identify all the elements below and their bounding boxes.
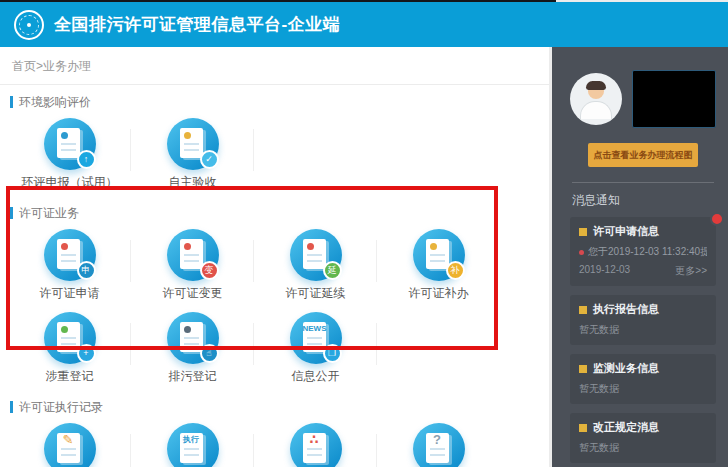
self-acceptance-icon: ✓ bbox=[167, 118, 219, 170]
icon-badge: 变 bbox=[200, 261, 219, 280]
notice-type-icon bbox=[579, 228, 587, 236]
avatar-head bbox=[588, 84, 604, 99]
notice-card-list: 许可申请信息您于2019-12-03 11:32:40提交的申...2019-1… bbox=[570, 217, 716, 463]
ledger-record-icon: ✎ bbox=[44, 423, 96, 467]
document-shape bbox=[180, 128, 203, 158]
service-item-monitor-record[interactable]: ∴监测记录 bbox=[254, 418, 377, 467]
info-disclosure-icon: NEWS❐ bbox=[290, 312, 342, 364]
service-item-self-acceptance[interactable]: ✓自主验收 bbox=[131, 113, 254, 196]
unread-notification-badge bbox=[710, 212, 724, 226]
breadcrumb[interactable]: 首页>业务办理 bbox=[0, 47, 549, 85]
section-header-permit: 许可证业务 bbox=[10, 204, 549, 222]
service-item-label: 信息公开 bbox=[254, 369, 377, 383]
service-item-label: 自主验收 bbox=[131, 175, 254, 189]
app-header: 全国排污许可证管理信息平台-企业端 bbox=[0, 2, 728, 47]
service-item-label: 排污登记 bbox=[131, 369, 254, 383]
notice-detail-row: 您于2019-12-03 11:32:40提交的申... bbox=[579, 245, 707, 259]
section-bar bbox=[10, 207, 13, 219]
service-item-label: 许可证变更 bbox=[131, 286, 254, 300]
notice-card-permit-application-info: 许可申请信息您于2019-12-03 11:32:40提交的申...2019-1… bbox=[570, 217, 716, 286]
service-item-permit-renew[interactable]: 延许可证延续 bbox=[254, 224, 377, 307]
service-item-discharge-register[interactable]: ☝排污登记 bbox=[131, 307, 254, 390]
service-item-info-disclosure[interactable]: NEWS❐信息公开 bbox=[254, 307, 377, 390]
notice-card-monitor-business-info: 监测业务信息暂无数据 bbox=[570, 354, 716, 404]
service-item-correction-rule[interactable]: ?改正规定 bbox=[377, 418, 500, 467]
notice-section-title: 消息通知 bbox=[572, 192, 716, 209]
discharge-register-icon: ☝ bbox=[167, 312, 219, 364]
app-title: 全国排污许可证管理信息平台-企业端 bbox=[54, 13, 340, 36]
section-header-eia: 环境影响评价 bbox=[10, 93, 549, 111]
service-item-permit-change[interactable]: 变许可证变更 bbox=[131, 224, 254, 307]
document-shape bbox=[303, 239, 326, 269]
service-item-label: 涉重登记 bbox=[8, 369, 131, 383]
notice-type-icon bbox=[579, 306, 587, 314]
document-shape bbox=[180, 239, 203, 269]
service-item-label: 许可证申请 bbox=[8, 286, 131, 300]
correction-rule-icon: ? bbox=[413, 423, 465, 467]
service-item-ledger-record[interactable]: ✎台账记录 bbox=[8, 418, 131, 467]
notice-card-title-row: 改正规定消息 bbox=[579, 420, 707, 435]
app-window: 全国排污许可证管理信息平台-企业端 首页>业务办理 环境影响评价 ↑环评申报（试… bbox=[0, 0, 728, 467]
notice-card-execution-report-info: 执行报告信息暂无数据 bbox=[570, 295, 716, 345]
service-item-execution-report[interactable]: 执行执行报告 bbox=[131, 418, 254, 467]
notice-card-title-row: 监测业务信息 bbox=[579, 361, 707, 376]
permit-reissue-icon: 补 bbox=[413, 229, 465, 281]
notice-type-icon bbox=[579, 365, 587, 373]
service-item-permit-reissue[interactable]: 补许可证补办 bbox=[377, 224, 500, 307]
permit-apply-icon: 申 bbox=[44, 229, 96, 281]
eia-declare-icon: ↑ bbox=[44, 118, 96, 170]
icon-badge: ↑ bbox=[77, 150, 96, 169]
notice-card-title: 执行报告信息 bbox=[593, 302, 659, 317]
icon-glyph: ✎ bbox=[57, 435, 80, 445]
more-link[interactable]: 更多>> bbox=[675, 264, 707, 278]
notice-card-title-row: 执行报告信息 bbox=[579, 302, 707, 317]
avatar-body bbox=[580, 101, 612, 119]
service-item-permit-apply[interactable]: 申许可证申请 bbox=[8, 224, 131, 307]
grid-execution: ✎台账记录执行执行报告∴监测记录?改正规定 bbox=[0, 418, 549, 467]
section-title: 许可证执行记录 bbox=[19, 399, 103, 416]
icon-badge: 申 bbox=[77, 261, 96, 280]
section-header-execution: 许可证执行记录 bbox=[10, 398, 549, 416]
icon-glyph: ∴ bbox=[303, 435, 326, 445]
view-flow-button[interactable]: 点击查看业务办理流程图 bbox=[588, 143, 698, 167]
no-data-text: 暂无数据 bbox=[579, 382, 707, 396]
grid-permit: 申许可证申请变许可证变更延许可证延续补许可证补办+涉重登记☝排污登记NEWS❐信… bbox=[0, 224, 549, 390]
notice-card-title: 监测业务信息 bbox=[593, 361, 659, 376]
service-item-label: 许可证补办 bbox=[377, 286, 500, 300]
redacted-info-box bbox=[632, 70, 716, 128]
notice-card-title: 改正规定消息 bbox=[593, 420, 659, 435]
icon-badge: ☝ bbox=[200, 344, 219, 363]
icon-badge: 补 bbox=[446, 261, 465, 280]
sidebar: 点击查看业务办理流程图 消息通知 许可申请信息您于2019-12-03 11:3… bbox=[552, 47, 728, 467]
user-avatar bbox=[570, 73, 622, 125]
sidebar-divider bbox=[572, 182, 714, 183]
section-title: 环境影响评价 bbox=[19, 94, 91, 111]
service-item-label: 许可证延续 bbox=[254, 286, 377, 300]
ministry-emblem-icon bbox=[14, 10, 44, 40]
unread-dot-icon bbox=[579, 250, 584, 255]
main-content: 首页>业务办理 环境影响评价 ↑环评申报（试用）✓自主验收 许可证业务 申许可证… bbox=[0, 47, 549, 467]
no-data-text: 暂无数据 bbox=[579, 441, 707, 455]
service-item-heavy-metal-register[interactable]: +涉重登记 bbox=[8, 307, 131, 390]
icon-badge: ✓ bbox=[200, 150, 219, 169]
notice-type-icon bbox=[579, 424, 587, 432]
icon-glyph: 执行 bbox=[180, 435, 203, 445]
section-bar bbox=[10, 401, 13, 413]
permit-change-icon: 变 bbox=[167, 229, 219, 281]
permit-renew-icon: 延 bbox=[290, 229, 342, 281]
document-shape bbox=[426, 239, 449, 269]
icon-glyph: NEWS bbox=[303, 324, 326, 334]
document-shape bbox=[180, 322, 203, 352]
notice-card-title-row: 许可申请信息 bbox=[579, 224, 707, 239]
section-title: 许可证业务 bbox=[19, 205, 79, 222]
icon-badge: ❐ bbox=[323, 344, 342, 363]
heavy-metal-register-icon: + bbox=[44, 312, 96, 364]
notice-card-correction-rule-info: 改正规定消息暂无数据 bbox=[570, 413, 716, 463]
document-shape bbox=[57, 322, 80, 352]
icon-badge: 延 bbox=[323, 261, 342, 280]
notice-card-title: 许可申请信息 bbox=[593, 224, 659, 239]
execution-report-icon: 执行 bbox=[167, 423, 219, 467]
icon-glyph: ? bbox=[426, 435, 449, 445]
document-shape bbox=[57, 128, 80, 158]
service-item-eia-declare[interactable]: ↑环评申报（试用） bbox=[8, 113, 131, 196]
